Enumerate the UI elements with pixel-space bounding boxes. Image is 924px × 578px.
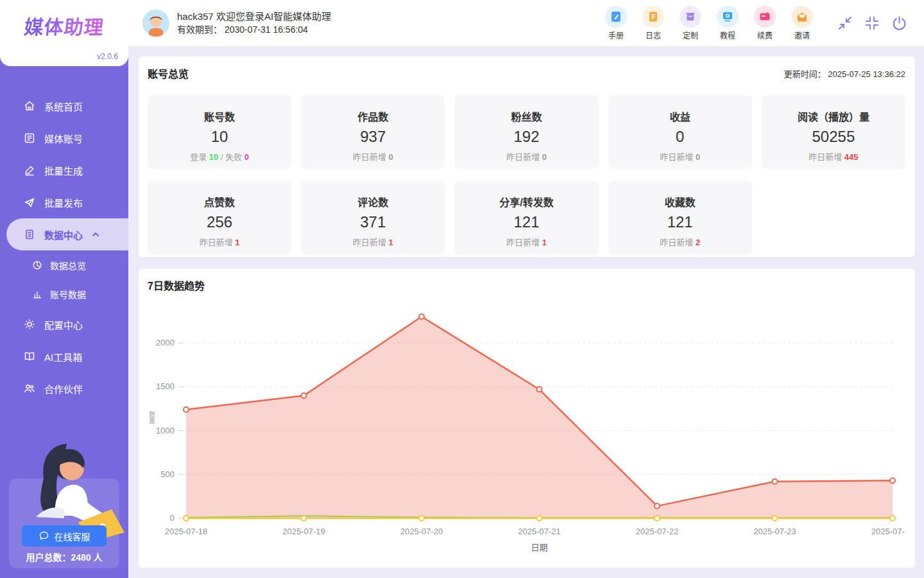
stats-row-1: 账号数 10 登录 10 / 失败 0 作品数 937 昨日新增 0 粉丝数 1…: [148, 95, 905, 169]
stat-card-shares: 分享/转发数 121 昨日新增 1: [454, 180, 598, 254]
support-card: 在线客服 用户总数：2480 人: [9, 478, 119, 568]
log-icon: [642, 6, 664, 28]
stat-card-favorites: 收藏数 121 昨日新增 2: [608, 180, 752, 254]
log-button[interactable]: 日志: [642, 6, 664, 40]
svg-text:2025-07-19: 2025-07-19: [282, 527, 325, 536]
sidebar-item-media-accounts[interactable]: 媒体账号: [0, 122, 128, 154]
trend-panel: 7日数据趋势 05001000150020002025-07-182025-07…: [139, 268, 915, 568]
collapse-icon[interactable]: [864, 15, 880, 31]
sidebar-item-data-overview[interactable]: 数据总览: [0, 250, 128, 279]
online-support-label: 在线客服: [55, 530, 90, 543]
sidebar-item-label: 合作伙伴: [44, 382, 83, 396]
stat-value: 256: [148, 213, 291, 231]
manual-label: 手册: [608, 30, 624, 40]
partners-icon: [24, 383, 35, 394]
sidebar-item-account-data[interactable]: 账号数据: [0, 279, 128, 308]
stat-sub: 昨日新增 0: [608, 150, 752, 162]
renew-label: 续费: [757, 30, 773, 40]
media-account-icon: [24, 132, 35, 144]
sidebar-menu: 系统首页 媒体账号 批量生成 批量发布 数据中心 数据总览 账号数据: [0, 90, 128, 405]
custom-button[interactable]: 定制: [680, 6, 701, 40]
stat-title: 分享/转发数: [454, 194, 598, 209]
svg-text:1500: 1500: [156, 381, 175, 391]
sidebar-item-label: 系统首页: [44, 100, 83, 113]
stat-card-comments: 评论数 371 昨日新增 1: [301, 180, 445, 254]
send-icon: [24, 197, 35, 208]
stat-value: 121: [454, 213, 598, 231]
sidebar-item-batch-publish[interactable]: 批量发布: [0, 186, 128, 218]
sidebar-item-data-center[interactable]: 数据中心: [6, 218, 128, 250]
trend-area-chart: 05001000150020002025-07-182025-07-192025…: [148, 295, 905, 570]
renew-button[interactable]: 续费: [754, 6, 776, 40]
overview-title: 账号总览: [148, 66, 189, 81]
stat-card-likes: 点赞数 256 昨日新增 1: [148, 180, 291, 254]
stat-title: 粉丝数: [454, 109, 598, 124]
exit-fullscreen-icon[interactable]: [837, 15, 853, 31]
sidebar-item-label: 账号数据: [50, 288, 86, 301]
app-logo: 媒体助理: [23, 12, 106, 40]
sidebar-item-label: 批量发布: [44, 196, 83, 209]
pie-chart-icon: [32, 260, 42, 270]
stat-sub: 登录 10 / 失败 0: [148, 150, 291, 162]
online-support-button[interactable]: 在线客服: [22, 525, 107, 547]
renew-icon: [754, 6, 776, 28]
sidebar-item-label: 数据中心: [44, 228, 83, 241]
main-content: 账号总览 更新时间： 2025-07-25 13:36:22 账号数 10 登录…: [128, 46, 924, 578]
stat-title: 评论数: [301, 194, 445, 209]
user-avatar[interactable]: [142, 10, 169, 37]
sidebar: 媒体助理 v2.0.6 系统首页 媒体账号 批量生成 批量发布 数据中心 数据总…: [0, 0, 128, 578]
sidebar-item-config-center[interactable]: 配置中心: [0, 308, 128, 340]
stats-row-2: 点赞数 256 昨日新增 1 评论数 371 昨日新增 1 分享/转发数 121…: [148, 180, 905, 254]
data-center-icon: [24, 229, 35, 240]
chevron-up-icon: [92, 232, 99, 237]
stat-value: 371: [301, 213, 445, 231]
svg-text:2025-07-24: 2025-07-24: [871, 527, 905, 536]
fail-count: 0: [244, 152, 249, 162]
sidebar-item-batch-generate[interactable]: 批量生成: [0, 154, 128, 186]
home-icon: [24, 100, 35, 112]
sidebar-item-home[interactable]: 系统首页: [0, 90, 128, 122]
sidebar-item-label: 配置中心: [44, 318, 83, 331]
manual-button[interactable]: 手册: [605, 6, 627, 40]
stat-title: 账号数: [148, 109, 291, 124]
custom-label: 定制: [683, 30, 698, 40]
stat-value: 50255: [762, 128, 905, 146]
svg-text:2025-07-23: 2025-07-23: [753, 527, 796, 536]
stat-value: 10: [148, 128, 291, 146]
svg-text:0: 0: [170, 513, 175, 523]
svg-text:2025-07-22: 2025-07-22: [636, 527, 679, 536]
tutorial-label: 教程: [720, 30, 735, 40]
stat-card-accounts: 账号数 10 登录 10 / 失败 0: [148, 95, 291, 169]
user-greeting: hack357 欢迎您登录AI智能媒体助理: [177, 10, 331, 23]
manual-icon: [605, 6, 627, 28]
logo-card: 媒体助理 v2.0.6: [0, 0, 128, 66]
account-overview-panel: 账号总览 更新时间： 2025-07-25 13:36:22 账号数 10 登录…: [139, 57, 915, 257]
tutorial-icon: [717, 6, 739, 28]
tutorial-button[interactable]: 教程: [717, 6, 739, 40]
stat-card-fans: 粉丝数 192 昨日新增 0: [454, 95, 598, 169]
trend-title: 7日数据趋势: [148, 277, 205, 293]
stat-title: 点赞数: [148, 194, 291, 209]
sidebar-item-label: 批量生成: [44, 164, 83, 177]
stat-value: 937: [301, 128, 445, 146]
stat-sub: 昨日新增 1: [301, 236, 445, 248]
svg-text:2025-07-21: 2025-07-21: [518, 527, 561, 536]
invite-label: 邀请: [794, 30, 810, 40]
stat-value: 121: [608, 213, 752, 231]
svg-text:2025-07-20: 2025-07-20: [400, 527, 443, 536]
top-header: hack357 欢迎您登录AI智能媒体助理 有效期到： 2030-07-31 1…: [128, 0, 924, 46]
app-version: v2.0.6: [97, 52, 118, 61]
power-icon[interactable]: [891, 15, 907, 31]
sidebar-item-ai-toolbox[interactable]: AI工具箱: [0, 340, 128, 372]
stat-sub: 昨日新增 0: [454, 150, 598, 162]
invite-button[interactable]: 邀请: [791, 6, 813, 40]
stat-sub: 昨日新增 0: [301, 150, 445, 162]
sidebar-item-partners[interactable]: 合作伙伴: [0, 372, 128, 405]
custom-icon: [680, 6, 701, 28]
stat-title: 作品数: [301, 109, 445, 124]
login-count: 10: [209, 152, 218, 162]
sidebar-item-label: AI工具箱: [44, 350, 82, 363]
stat-title: 阅读（播放）量: [762, 109, 905, 124]
svg-text:数量: 数量: [148, 410, 155, 424]
open-book-icon: [24, 351, 35, 362]
